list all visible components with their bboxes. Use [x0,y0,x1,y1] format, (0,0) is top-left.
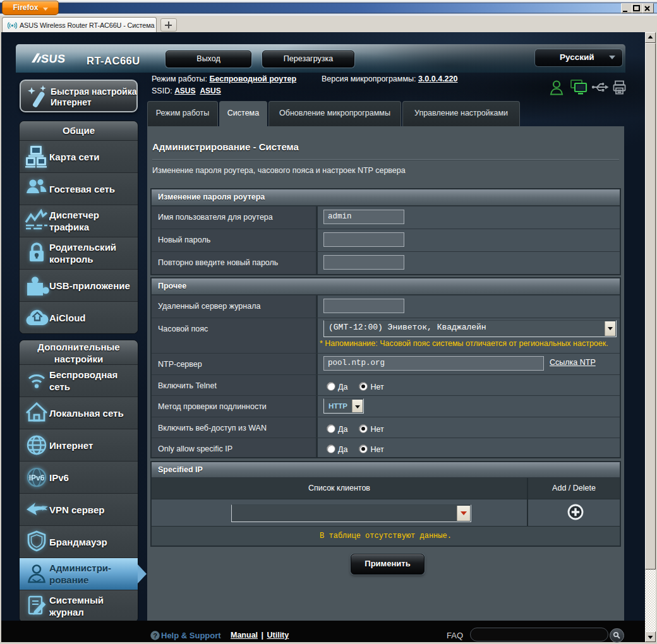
svg-text:?: ? [153,632,157,640]
svg-text:IPv6: IPv6 [29,474,45,482]
svg-text:SUS: SUS [40,53,66,63]
